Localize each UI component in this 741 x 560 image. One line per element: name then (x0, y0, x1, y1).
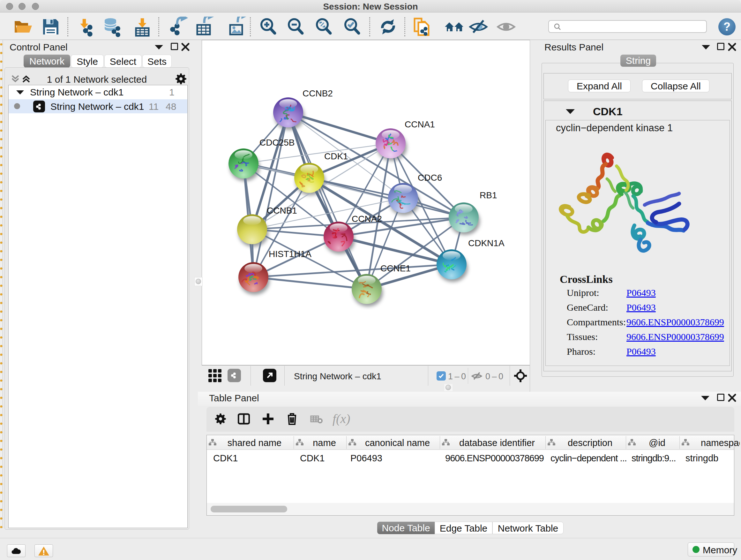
svg-text:RB1: RB1 (480, 190, 497, 200)
svg-text:CDC6: CDC6 (418, 173, 442, 183)
svg-text:CDC25B: CDC25B (259, 138, 294, 147)
svg-text:CDKN1A: CDKN1A (468, 238, 504, 248)
svg-text:CDK1: CDK1 (324, 151, 348, 161)
svg-text:CCNA1: CCNA1 (405, 119, 435, 129)
svg-text:CCNB1: CCNB1 (267, 206, 297, 215)
svg-text:CCNE1: CCNE1 (381, 263, 411, 273)
svg-text:CCNB2: CCNB2 (302, 88, 333, 98)
svg-text:CCNA2: CCNA2 (352, 214, 382, 224)
svg-text:HIST1H1A: HIST1H1A (269, 249, 312, 259)
